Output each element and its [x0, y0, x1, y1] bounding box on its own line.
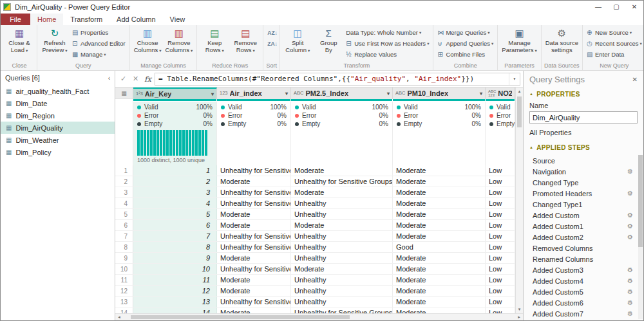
formula-expand-icon[interactable]: ▾	[509, 73, 520, 85]
replace-values-button[interactable]: ½Replace Values	[344, 49, 431, 60]
cell-air-key[interactable]: 12	[133, 286, 217, 296]
vertical-scroll-thumb[interactable]	[517, 96, 522, 127]
cell-air-index[interactable]: Unhealthy for Sensitive Groups	[217, 198, 291, 208]
remove-rows-button[interactable]: ▤RemoveRows▾	[230, 26, 261, 54]
applied-steps-section-header[interactable]: ▲ APPLIED STEPS	[524, 141, 643, 154]
advanced-editor-button[interactable]: ⊡Advanced Editor	[70, 38, 128, 49]
applied-step-removed-columns[interactable]: Removed Columns	[524, 243, 643, 253]
row-number[interactable]: 9	[115, 253, 133, 263]
cell-pm25-index[interactable]: Moderate	[291, 264, 393, 274]
cell-pm10-index[interactable]: Moderate	[393, 187, 486, 197]
gear-icon[interactable]: ⚙	[627, 190, 633, 197]
column-header-air-index[interactable]: 123Air_index▾	[217, 87, 291, 99]
cell-air-key[interactable]: 3	[133, 187, 217, 197]
column-header-no2-index[interactable]: ABC123NO2_I	[486, 87, 515, 99]
cell-pm10-index[interactable]: Moderate	[393, 231, 486, 241]
cell-air-key[interactable]: 13	[133, 297, 217, 307]
cell-pm25-index[interactable]: Unhealthy	[291, 297, 393, 307]
gear-icon[interactable]: ⚙	[627, 310, 633, 317]
cell-pm10-index[interactable]: Moderate	[393, 297, 486, 307]
cell-pm10-index[interactable]: Good	[393, 242, 486, 252]
applied-step-added-custom7[interactable]: Added Custom7⚙	[524, 308, 643, 319]
cell-pm25-index[interactable]: Unhealthy	[291, 231, 393, 241]
merge-queries-button[interactable]: ⋈Merge Queries▾	[435, 27, 495, 38]
minimize-button[interactable]: —	[589, 1, 607, 14]
applied-step-added-custom5[interactable]: Added Custom5⚙	[524, 286, 643, 297]
cell-pm10-index[interactable]: Moderate	[393, 220, 486, 230]
scroll-down-icon[interactable]: ▾	[516, 306, 523, 313]
data-type-button[interactable]: Data Type: Whole Number▾	[344, 27, 431, 38]
query-item-air_quality_health_Fact[interactable]: ▦air_quality_health_Fact	[1, 85, 115, 97]
cell-pm25-index[interactable]: Unhealthy	[291, 253, 393, 263]
vertical-scrollbar[interactable]: ▴ ▾	[515, 87, 523, 313]
cell-air-index[interactable]: Moderate	[217, 275, 291, 285]
cell-air-index[interactable]: Unhealthy for Sensitive Groups	[217, 165, 291, 176]
applied-step-navigation[interactable]: Navigation⚙	[524, 166, 643, 177]
cell-air-key[interactable]: 10	[133, 264, 217, 274]
cell-no2-index[interactable]: Low	[486, 220, 515, 230]
column-header-air-key[interactable]: 1²3Air_Key▾	[133, 87, 217, 99]
cell-air-key[interactable]: 8	[133, 242, 217, 252]
gear-icon[interactable]: ⚙	[627, 299, 633, 306]
gear-icon[interactable]: ⚙	[627, 277, 633, 284]
manage-button[interactable]: ▦Manage▾	[70, 49, 128, 60]
row-number[interactable]: 8	[115, 242, 133, 252]
close-window-button[interactable]: ✕	[625, 1, 643, 14]
use-first-row-as-headers-button[interactable]: ⊟Use First Row as Headers▾	[344, 38, 431, 49]
cell-air-index[interactable]: Moderate	[217, 209, 291, 219]
cell-air-key[interactable]: 6	[133, 220, 217, 230]
cell-pm25-index[interactable]: Unhealthy	[291, 286, 393, 296]
gear-icon[interactable]: ⚙	[627, 212, 633, 219]
cell-no2-index[interactable]: Low	[486, 275, 515, 285]
keep-rows-button[interactable]: ▤KeepRows▾	[199, 26, 230, 54]
cell-pm10-index[interactable]: Moderate	[393, 165, 486, 176]
cell-air-key[interactable]: 14	[133, 307, 217, 313]
cell-pm25-index[interactable]: Unhealthy	[291, 242, 393, 252]
cell-no2-index[interactable]: Low	[486, 209, 515, 219]
properties-button[interactable]: ▤Properties	[70, 27, 128, 38]
row-number[interactable]: 13	[115, 297, 133, 307]
steps-scrollbar[interactable]	[638, 155, 643, 319]
manage-parameters-button[interactable]: ▣ManageParameters▾	[500, 26, 538, 54]
cell-air-index[interactable]: Moderate	[217, 253, 291, 263]
cell-pm25-index[interactable]: Moderate	[291, 165, 393, 176]
cell-pm25-index[interactable]: Moderate	[291, 220, 393, 230]
combine-files-button[interactable]: ⊞Combine Files	[435, 49, 495, 60]
formula-input[interactable]: = Table.RenameColumns(#"Reordered Column…	[155, 73, 520, 86]
applied-step-added-custom2[interactable]: Added Custom2⚙	[524, 232, 643, 243]
cell-pm10-index[interactable]: Moderate	[393, 275, 486, 285]
close-and-load-button[interactable]: ▦Close &Load▾	[4, 26, 35, 54]
cell-air-key[interactable]: 2	[133, 176, 217, 187]
vertical-scroll-track[interactable]	[516, 95, 523, 306]
applied-step-renamed-columns[interactable]: Renamed Columns	[524, 253, 643, 264]
applied-step-changed-type1[interactable]: Changed Type1	[524, 199, 643, 210]
recent-sources-button[interactable]: ◷Recent Sources▾	[585, 38, 643, 49]
all-properties-link[interactable]: All Properties	[524, 125, 643, 141]
cell-pm10-index[interactable]: Moderate	[393, 198, 486, 208]
cell-pm25-index[interactable]: Moderate	[291, 187, 393, 197]
row-number[interactable]: 5	[115, 209, 133, 219]
data-source-settings-button[interactable]: ⚙Data sourcesettings	[544, 26, 580, 53]
cell-no2-index[interactable]: Low	[486, 307, 515, 313]
scroll-up-icon[interactable]: ▴	[516, 87, 523, 95]
cell-pm25-index[interactable]: Unhealthy	[291, 198, 393, 208]
cell-air-key[interactable]: 9	[133, 253, 217, 263]
cell-pm10-index[interactable]: Moderate	[393, 176, 486, 187]
applied-step-promoted-headers[interactable]: Promoted Headers⚙	[524, 188, 643, 199]
choose-columns-button[interactable]: ▥ChooseColumns▾	[132, 26, 164, 54]
cell-pm25-index[interactable]: Unhealthy	[291, 209, 393, 219]
cell-air-index[interactable]: Unhealthy for Sensitive Groups	[217, 264, 291, 274]
properties-section-header[interactable]: ▲ PROPERTIES	[524, 87, 643, 100]
refresh-preview-button[interactable]: ↻RefreshPreview▾	[39, 26, 70, 54]
applied-step-added-custom[interactable]: Added Custom⚙	[524, 210, 643, 221]
row-number[interactable]: 11	[115, 275, 133, 285]
cell-air-key[interactable]: 7	[133, 231, 217, 241]
cell-air-key[interactable]: 4	[133, 198, 217, 208]
column-header-pm10-index[interactable]: ABCPM10_Index▾	[393, 87, 486, 99]
cell-no2-index[interactable]: Low	[486, 297, 515, 307]
filter-dropdown-icon[interactable]: ▾	[285, 91, 288, 96]
applied-step-added-custom3[interactable]: Added Custom3⚙	[524, 264, 643, 275]
horizontal-scroll-track[interactable]	[123, 314, 515, 320]
cell-pm10-index[interactable]: Moderate	[393, 307, 486, 313]
scroll-right-icon[interactable]: ▸	[515, 314, 523, 320]
